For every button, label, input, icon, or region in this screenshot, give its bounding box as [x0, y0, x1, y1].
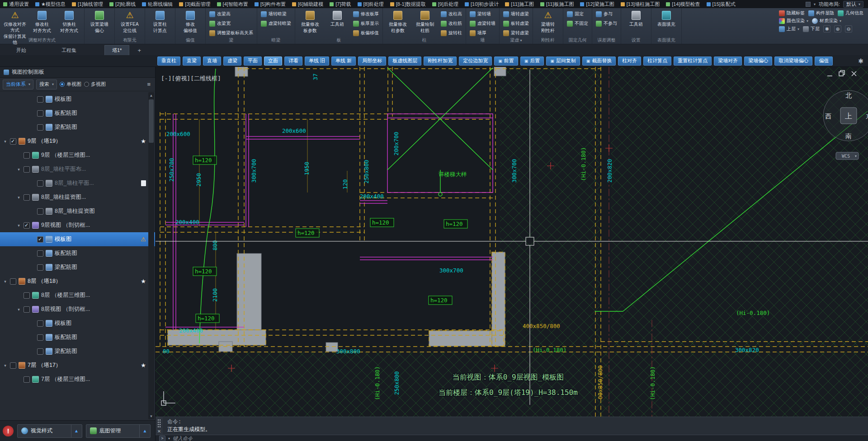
tree-item[interactable]: 9层 （楼层三维图... [0, 148, 155, 162]
checkbox[interactable] [37, 348, 43, 355]
star-icon[interactable]: ★ [141, 138, 146, 145]
tree-item[interactable]: 模板图 [0, 92, 155, 106]
expand-icon[interactable]: ▾ [3, 279, 8, 284]
ribbon-large-button[interactable]: 批量修改板参数 [297, 9, 323, 38]
toolbar-button[interactable]: 重置柱计算点 [674, 56, 712, 66]
ribbon-large-button[interactable]: ⚠设置FEA定位线 [117, 9, 143, 38]
toolbar-button[interactable]: 立面 [264, 56, 282, 66]
toolbar-button[interactable]: 平面 [244, 56, 262, 66]
tab-塔1*[interactable]: 塔1* [104, 45, 129, 55]
ribbon-large-button[interactable]: 修改偏移值 [177, 9, 203, 38]
ribbon-small-button[interactable]: 改梁高 [208, 9, 255, 19]
ribbon-large-button[interactable]: 设置梁墙偏心 [86, 9, 113, 38]
toolbar-button[interactable]: ▣前置 [494, 56, 518, 66]
tab-开始[interactable]: 开始 [9, 45, 33, 55]
ribbon-toggle-button[interactable]: 几何信息 [838, 10, 863, 16]
ribbon-small-button[interactable]: 板偏移值 [351, 28, 381, 38]
ribbon-toggle-button[interactable]: 构件显隐 [808, 10, 834, 16]
menu-item[interactable]: 轮廓线编辑 [139, 0, 176, 8]
scrollbar-thumb[interactable] [149, 99, 154, 143]
ribbon-small-button[interactable]: 调整梁板标高关系 [208, 28, 255, 38]
visual-style-button[interactable]: 视觉样式▲ [17, 424, 82, 438]
ribbon-large-button[interactable]: 工具箱 [324, 9, 350, 38]
ribbon-small-button[interactable]: 墙转暗梁 [259, 9, 293, 19]
checkbox[interactable] [24, 194, 30, 201]
tree-item[interactable]: 梁配筋图 [0, 120, 155, 134]
checkbox[interactable] [24, 166, 30, 173]
chevron-down-icon[interactable]: ▾ [814, 2, 816, 6]
scroll-down-icon[interactable]: ▼ [148, 413, 154, 419]
toolbar-button[interactable]: 虚梁 [223, 56, 241, 66]
tree-item[interactable]: ▾9层 （塔19）★ [0, 134, 155, 148]
expand-icon[interactable]: ▾ [3, 363, 8, 368]
tree-item[interactable]: 板配筋图 [0, 106, 155, 120]
hamburger-icon[interactable]: ≡ [147, 81, 152, 88]
ribbon-small-button[interactable]: 墙厚 [468, 28, 497, 38]
ribbon-toggle-button[interactable]: 下层 [803, 26, 820, 32]
tree-item[interactable]: 7层 （楼层三维图... [0, 372, 155, 386]
command-input-icon[interactable]: > [159, 436, 165, 441]
tree-item[interactable]: ▾7层 （塔17）★ [0, 358, 155, 372]
tree-item[interactable]: ▾8层视图 （剖切框... [0, 302, 155, 316]
tree-item[interactable]: 梁配筋图 [0, 260, 155, 274]
ribbon-small-button[interactable]: 改柱筋 [439, 19, 464, 28]
checkbox[interactable] [24, 152, 30, 159]
compass-south[interactable]: 南 [845, 132, 852, 140]
checkbox[interactable] [24, 222, 30, 229]
ribbon-small-button[interactable]: 改梁宽 [208, 19, 255, 28]
command-grip[interactable]: ✕ [156, 417, 163, 435]
checkbox[interactable] [24, 292, 30, 299]
expand-up-icon[interactable]: ▲ [71, 425, 82, 437]
toolbar-button[interactable]: 柱对齐 [618, 56, 641, 66]
zoom-in-icon[interactable]: ⊕ [834, 25, 841, 33]
toolbar-button[interactable]: 偏值 [815, 56, 833, 66]
single-view-radio[interactable]: 单视图 [60, 81, 81, 88]
checkbox[interactable] [37, 124, 43, 131]
ribbon-small-button[interactable]: 虚梁转墙 [468, 19, 497, 28]
checkbox[interactable] [37, 236, 43, 243]
compass-west[interactable]: 西 [825, 113, 831, 120]
checkbox[interactable] [24, 376, 30, 383]
expand-icon[interactable]: ▾ [16, 223, 21, 228]
menu-item[interactable]: 通用设置 [0, 0, 32, 8]
menu-item[interactable]: [6]辅助建模 [289, 0, 326, 8]
ribbon-toggle-button[interactable]: 颜色渲染▾ [779, 18, 808, 24]
add-tab-button[interactable]: + [134, 45, 145, 55]
toolbar-button[interactable]: 局部坐标 [358, 56, 386, 66]
toolbar-button[interactable]: 垂直柱 [157, 56, 180, 66]
command-close-icon[interactable]: ✕ [157, 429, 161, 434]
menu-item[interactable]: [8-1]数据提取 [387, 0, 429, 8]
menu-item[interactable]: [13]墙柱施工图 [618, 0, 663, 8]
ribbon-small-button[interactable]: 梁转虚梁 [501, 28, 531, 38]
checkbox[interactable] [37, 180, 43, 187]
checkbox[interactable] [37, 334, 43, 341]
tree-item[interactable]: 板配筋图 [0, 330, 155, 344]
toolbar-button[interactable]: 直墙 [203, 56, 221, 66]
menu-item[interactable]: [15]装配式 [703, 0, 739, 8]
gear-icon[interactable]: ✱ [858, 57, 863, 65]
toolbar-button[interactable]: ▣截面替换 [582, 56, 616, 66]
multi-view-radio[interactable]: 多视图 [84, 81, 106, 88]
expand-up-icon[interactable]: ▲ [139, 425, 150, 437]
checkbox[interactable] [10, 138, 16, 145]
tab-工程集[interactable]: 工程集 [54, 45, 84, 55]
ribbon-small-button[interactable]: 参与 [594, 9, 619, 19]
ribbon-large-button[interactable]: 设置柱计算点 [147, 9, 173, 38]
ribbon-small-button[interactable]: 修改板厚 [351, 9, 381, 19]
expand-icon[interactable]: ▾ [16, 167, 21, 172]
checkbox[interactable] [37, 250, 43, 257]
star-icon[interactable]: ★ [141, 362, 146, 369]
tree-item[interactable]: 8层 （楼层三维图... [0, 288, 155, 302]
ribbon-small-button[interactable]: 墙转虚梁 [501, 9, 531, 19]
menu-item[interactable]: [5]构件布置 [251, 0, 289, 8]
ribbon-large-button[interactable]: ⚠仅修改对齐方式保留计算其他 [2, 9, 28, 38]
compass-center[interactable]: 上 [845, 112, 852, 120]
menu-item[interactable]: [10]初步设计 [462, 0, 502, 8]
ribbon-large-button[interactable]: 工具箱 [623, 9, 649, 38]
menu-item[interactable]: [1]轴线管理 [69, 0, 106, 8]
star-icon[interactable]: ★ [141, 278, 146, 285]
ribbon-toggle-button[interactable]: 材质渲染▾ [812, 18, 841, 24]
tree-item[interactable]: 模板图⚠ [0, 232, 155, 246]
ribbon-large-button[interactable]: 修改柱对齐方式 [29, 9, 55, 38]
command-input[interactable]: > ▾ 键入命令 [156, 435, 868, 441]
